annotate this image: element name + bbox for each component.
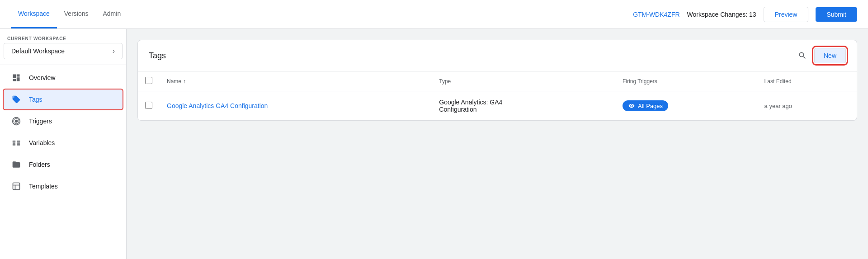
svg-rect-7 [13,144,16,146]
templates-icon [11,181,22,192]
search-button[interactable] [794,47,811,64]
header-last-edited: Last Edited [757,71,857,91]
workspace-name: Default Workspace [11,47,65,55]
tab-admin[interactable]: Admin [95,0,128,28]
row-type: Google Analytics: GA4Configuration [439,99,502,113]
sidebar-item-tags-label: Tags [29,96,42,103]
svg-rect-5 [17,141,20,142]
sidebar-item-tags[interactable]: Tags [4,89,123,109]
new-button[interactable]: New [814,48,846,63]
tags-icon [11,94,22,105]
sidebar-item-templates[interactable]: Templates [4,176,123,196]
row-type-cell: Google Analytics: GA4Configuration [432,91,615,121]
row-last-edited-cell: a year ago [757,91,857,121]
panel-actions: New [794,47,846,64]
sidebar-item-folders[interactable]: Folders [4,155,123,174]
sort-asc-icon: ↑ [183,78,186,85]
header-firing-triggers: Firing Triggers [615,71,757,91]
panel-title: Tags [149,51,166,61]
chevron-right-icon: › [113,47,115,55]
header-checkbox-col [138,71,160,91]
sidebar-item-variables-label: Variables [29,139,55,146]
current-workspace-label: CURRENT WORKSPACE [0,36,126,43]
nav-tabs: Workspace Versions Admin [11,0,633,28]
submit-button[interactable]: Submit [816,7,857,22]
top-nav: Workspace Versions Admin GTM-WDK4ZFR Wor… [0,0,868,29]
preview-button[interactable]: Preview [764,7,809,22]
sidebar-item-triggers[interactable]: Triggers [4,111,123,131]
container-id[interactable]: GTM-WDK4ZFR [633,11,679,18]
header-name[interactable]: Name ↑ [160,71,432,91]
sidebar-item-folders-label: Folders [29,161,50,168]
tab-workspace[interactable]: Workspace [11,0,57,28]
svg-rect-4 [13,142,16,144]
svg-rect-9 [13,183,20,190]
folders-icon [11,159,22,170]
svg-rect-3 [13,141,16,142]
tags-table: Name ↑ Type Firing Triggers Last Edited [138,71,857,120]
sidebar-item-triggers-label: Triggers [29,118,52,125]
svg-rect-8 [17,144,20,146]
table-row: Google Analytics GA4 Configuration Googl… [138,91,857,121]
main-layout: CURRENT WORKSPACE Default Workspace › Ov… [0,29,868,259]
trigger-badge[interactable]: All Pages [623,100,668,111]
workspace-changes: Workspace Changes: 13 [687,11,756,18]
tag-name-link[interactable]: Google Analytics GA4 Configuration [167,102,268,109]
row-name-cell: Google Analytics GA4 Configuration [160,91,432,121]
sidebar-item-templates-label: Templates [29,183,58,190]
row-checkbox-cell [138,91,160,121]
eye-icon [628,102,635,109]
select-all-checkbox[interactable] [145,77,152,84]
content-panel: Tags New [137,40,857,121]
workspace-selector[interactable]: Default Workspace › [4,43,123,59]
variables-icon [11,137,22,148]
content-area: Tags New [127,29,868,259]
sidebar-item-overview[interactable]: Overview [4,68,123,88]
panel-header: Tags New [138,40,857,71]
sidebar-divider [0,65,126,65]
nav-right: GTM-WDK4ZFR Workspace Changes: 13 Previe… [633,7,857,22]
tab-versions[interactable]: Versions [57,0,96,28]
overview-icon [11,72,22,83]
svg-rect-6 [17,142,20,144]
sidebar: CURRENT WORKSPACE Default Workspace › Ov… [0,29,127,259]
header-type: Type [432,71,615,91]
row-firing-triggers-cell: All Pages [615,91,757,121]
sidebar-item-overview-label: Overview [29,74,55,81]
sidebar-item-variables[interactable]: Variables [4,133,123,153]
trigger-name: All Pages [638,103,663,109]
triggers-icon [11,116,22,127]
row-checkbox[interactable] [145,102,152,109]
svg-point-1 [15,120,18,123]
last-edited: a year ago [764,103,792,109]
